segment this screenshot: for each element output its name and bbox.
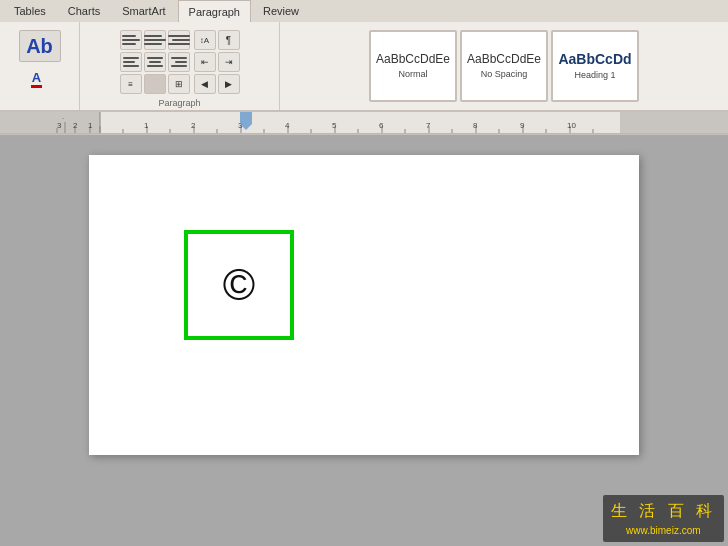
border-icon[interactable]: ⊞ [168, 74, 190, 94]
ribbon: Ab A [0, 22, 728, 112]
indent-list-icon[interactable] [168, 30, 190, 50]
numbered-list-icon[interactable] [144, 30, 166, 50]
watermark: 生 活 百 科 www.bimeiz.com [603, 495, 724, 542]
copyright-symbol: © [223, 263, 255, 307]
ruler: · 3 2 1 1 2 3 4 5 [0, 112, 728, 134]
style-normal[interactable]: AaBbCcDdEe Normal [369, 30, 457, 102]
arrow-right-icon[interactable]: ▶ [218, 74, 240, 94]
watermark-url: www.bimeiz.com [611, 523, 716, 538]
svg-text:10: 10 [567, 121, 576, 130]
ribbon-font-group: Ab A [0, 22, 80, 110]
list-icons: ≡ ⊞ [120, 30, 190, 94]
style-heading1-label: Heading 1 [574, 70, 615, 80]
style-normal-preview: AaBbCcDdEe [376, 53, 450, 66]
ribbon-styles-group: AaBbCcDdEe Normal AaBbCcDdEe No Spacing … [280, 22, 728, 110]
font-color-button[interactable]: A [19, 66, 55, 92]
indent-row: ⇤ ⇥ [194, 52, 240, 72]
tab-smartart[interactable]: SmartArt [112, 0, 175, 22]
align-right-icon[interactable] [168, 52, 190, 72]
extra-row: ◀ ▶ [194, 74, 240, 94]
document-page: © [89, 155, 639, 455]
svg-text:·: · [62, 114, 64, 123]
paragraph-group-label: Paragraph [158, 98, 200, 108]
line-spacing-icon[interactable]: ≡ [120, 74, 142, 94]
tab-paragraph[interactable]: Paragraph [178, 0, 251, 22]
style-nospacing-preview: AaBbCcDdEe [467, 53, 541, 66]
ribbon-paragraph-group: ≡ ⊞ ↕A ¶ ⇤ ⇥ [80, 22, 280, 110]
svg-text:3: 3 [57, 121, 62, 130]
style-nospacing-label: No Spacing [481, 69, 528, 79]
svg-text:7: 7 [426, 121, 431, 130]
svg-text:5: 5 [332, 121, 337, 130]
document-area: © 生 活 百 科 www.bimeiz.com [0, 135, 728, 546]
svg-text:6: 6 [379, 121, 384, 130]
style-normal-label: Normal [398, 69, 427, 79]
arrow-left-icon[interactable]: ◀ [194, 74, 216, 94]
svg-rect-1 [620, 112, 728, 134]
style-heading1-preview: AaBbCcDd [558, 52, 631, 67]
show-hide-icon[interactable]: ¶ [218, 30, 240, 50]
align-row-1 [120, 52, 190, 72]
svg-rect-0 [0, 112, 100, 134]
watermark-chinese: 生 活 百 科 [611, 499, 716, 523]
toolbar: Tables Charts SmartArt Paragraph Review … [0, 0, 728, 135]
font-underline-row: A [19, 66, 55, 92]
tab-tables[interactable]: Tables [4, 0, 56, 22]
sort-row: ↕A ¶ [194, 30, 240, 50]
svg-rect-2 [100, 112, 620, 134]
more-para-icons: ↕A ¶ ⇤ ⇥ ◀ ▶ [194, 30, 240, 94]
align-center-icon[interactable] [144, 52, 166, 72]
style-heading1[interactable]: AaBbCcDd Heading 1 [551, 30, 639, 102]
svg-text:9: 9 [520, 121, 525, 130]
svg-text:2: 2 [191, 121, 196, 130]
bullet-list-icon[interactable] [120, 30, 142, 50]
increase-indent-icon[interactable]: ⇥ [218, 52, 240, 72]
copyright-box: © [184, 230, 294, 340]
tab-bar: Tables Charts SmartArt Paragraph Review [0, 0, 728, 22]
svg-text:1: 1 [88, 121, 93, 130]
svg-text:8: 8 [473, 121, 478, 130]
font-style-button[interactable]: Ab [19, 30, 61, 62]
font-name-row: Ab [19, 30, 61, 62]
spacing-row: ≡ ⊞ [120, 74, 190, 94]
sort-icon[interactable]: ↕A [194, 30, 216, 50]
app-window: Tables Charts SmartArt Paragraph Review … [0, 0, 728, 546]
svg-text:4: 4 [285, 121, 290, 130]
align-left-icon[interactable] [120, 52, 142, 72]
svg-text:1: 1 [144, 121, 149, 130]
decrease-indent-icon[interactable]: ⇤ [194, 52, 216, 72]
svg-text:2: 2 [73, 121, 78, 130]
tab-charts[interactable]: Charts [58, 0, 110, 22]
shading-icon[interactable] [144, 74, 166, 94]
tab-review[interactable]: Review [253, 0, 309, 22]
bullet-row [120, 30, 190, 50]
style-no-spacing[interactable]: AaBbCcDdEe No Spacing [460, 30, 548, 102]
